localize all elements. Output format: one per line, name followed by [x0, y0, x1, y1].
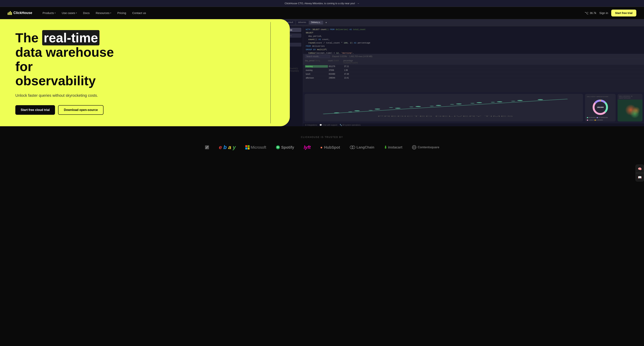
- nav-link-products[interactable]: Products ▾: [40, 10, 58, 16]
- result-row-evening: evening 37006 1.99: [303, 68, 644, 72]
- sql-from: FROM deliveries: [306, 45, 641, 48]
- legend-afternoon: AFTERNOON: [597, 117, 608, 118]
- nav-link-pricing[interactable]: Pricing: [114, 10, 129, 16]
- svg-point-31: [352, 146, 355, 149]
- svg-point-12: [348, 111, 352, 112]
- svg-point-16: [430, 106, 434, 106]
- heatmap-chart: DELIVERIES IN AMSTERDAM: [618, 94, 642, 121]
- sign-in-link[interactable]: Sign in: [599, 11, 608, 14]
- integrations-item[interactable]: ⚙ Integrations: [305, 124, 317, 126]
- nav-logo[interactable]: ClickHouse: [8, 11, 32, 15]
- hero-title: The real-time data warehouse forobservab…: [15, 31, 115, 88]
- download-opensource-button[interactable]: Download open-source: [58, 105, 104, 115]
- scatter-svg: PREDICTED DELIVERY TIMES: [310, 96, 581, 117]
- start-cloud-trial-button[interactable]: Start free cloud trial: [15, 105, 55, 115]
- scatter-chart: ACTUAL DELIVERY TIMES: [304, 94, 583, 121]
- svg-point-20: [511, 101, 515, 101]
- hero-title-suffix: data warehouse forobservability: [15, 45, 114, 88]
- sql-comment: WITH (SELECT count() FROM deliveries) AS…: [306, 28, 641, 31]
- hero-content: The real-time data warehouse forobservab…: [0, 19, 130, 126]
- nav-link-use-cases[interactable]: Use cases ▾: [59, 10, 80, 16]
- donut-svg: 1861600: [592, 99, 609, 116]
- afternoon-pct: 13.41: [343, 77, 362, 79]
- spotify-label: Spotify: [281, 145, 294, 150]
- results-header: day_period String count UInt64 percentag…: [303, 59, 644, 64]
- banner-text: ClickHouse CTO, Alexey Milovidov, is com…: [284, 2, 355, 5]
- chat-support-item[interactable]: 💬 Chat with support: [320, 124, 337, 126]
- svg-point-1: [334, 112, 340, 113]
- system-operations-item[interactable]: 🔧 All system operations: [340, 124, 360, 126]
- svg-text:PREDICTED DELIVERY TIMES: PREDICTED DELIVERY TIMES: [378, 115, 513, 117]
- svg-point-10: [517, 100, 523, 101]
- main-content: WITH (SELECT count() FROM deliveries) AS…: [303, 26, 644, 126]
- hero-curve: [271, 19, 290, 126]
- microsoft-label: Microsoft: [251, 145, 266, 150]
- logo-bar-3: [10, 11, 11, 15]
- db-tab-delivery-periods[interactable]: Delivery p...: [309, 21, 323, 24]
- nav-links: Products ▾ Use cases ▾ Docs Resources ▾ …: [40, 10, 584, 16]
- afternoon-dot: [597, 117, 598, 118]
- scatter-area: PREDICTED DELIVERY TIMES: [310, 96, 581, 120]
- hero-buttons: Start free cloud trial Download open-sou…: [15, 105, 115, 115]
- db-tab-add[interactable]: +: [324, 21, 328, 24]
- logo-microsoft: Microsoft: [245, 145, 266, 150]
- hero-section: The real-time data warehouse forobservab…: [0, 19, 644, 126]
- logo-langchain: LangChain: [350, 145, 374, 149]
- db-tab-deliveries[interactable]: deliveries: [296, 21, 308, 24]
- start-trial-button[interactable]: Start free trial: [611, 9, 636, 16]
- svg-point-11: [538, 99, 543, 100]
- trusted-section: CLICKHOUSE IS TRUSTED BY ebay Microsoft: [0, 126, 644, 160]
- morning-pct: 37.11: [343, 65, 362, 68]
- svg-point-15: [410, 107, 414, 107]
- results-search[interactable]: [305, 55, 330, 58]
- evening-cell: evening: [305, 69, 328, 71]
- legend-lunch: LUNCH: [587, 119, 594, 121]
- sql-morning: toHour(accept_time) < 12, 'morning',: [306, 51, 641, 54]
- nav-link-docs[interactable]: Docs: [80, 10, 92, 16]
- main-nav: ClickHouse Products ▾ Use cases ▾ Docs R…: [0, 7, 644, 19]
- langchain-icon: [350, 145, 355, 149]
- svg-point-14: [389, 107, 393, 108]
- svg-point-9: [497, 101, 502, 102]
- morning-count: 651276: [328, 65, 343, 68]
- github-badge[interactable]: ⌥ 36.7k: [584, 11, 596, 15]
- trusted-label: CLICKHOUSE IS TRUSTED BY: [8, 136, 636, 138]
- logo-spotify: Spotify: [276, 145, 294, 150]
- sql-select: SELECT: [306, 31, 641, 35]
- logo-lyft: lyft: [304, 145, 311, 150]
- logo-text: ClickHouse: [14, 11, 32, 15]
- logos-row: ebay Microsoft Spotify lyft ● HubSpot: [8, 144, 636, 150]
- results-area: Elapsed: 0.0238s 1,862,703 rows (14.90 M…: [303, 54, 644, 92]
- svg-point-4: [395, 108, 400, 109]
- logo-bar-4: [11, 12, 12, 15]
- col-header-count: count UInt64: [328, 60, 343, 64]
- result-row-lunch: lunch 834480 47.48: [303, 72, 644, 76]
- morning-cell: morning: [305, 65, 328, 68]
- legend-evening: EVENING: [594, 119, 603, 121]
- charts-row: ACTUAL DELIVERY TIMES: [303, 92, 644, 123]
- col-header-day-period: day_period String: [305, 60, 328, 64]
- nav-link-resources[interactable]: Resources ▾: [93, 10, 114, 16]
- announcement-banner[interactable]: ClickHouse CTO, Alexey Milovidov, is com…: [0, 0, 644, 7]
- donut-legend: MORNING AFTERNOON LUNCH: [587, 117, 614, 121]
- svg-point-3: [375, 109, 380, 109]
- svg-point-6: [436, 105, 441, 106]
- results-toolbar: Elapsed: 0.0238s 1,862,703 rows (14.90 M…: [303, 54, 644, 59]
- legend-morning: MORNING: [587, 117, 596, 118]
- svg-point-13: [368, 110, 372, 110]
- mockup-header: default deliveries Delivery p... +: [270, 19, 644, 26]
- sql-editor[interactable]: WITH (SELECT count() FROM deliveries) AS…: [303, 26, 644, 54]
- deutsche-bank-icon: [205, 145, 209, 150]
- logo-ebay: ebay: [219, 144, 236, 150]
- svg-point-18: [470, 103, 474, 104]
- nav-link-contact[interactable]: Contact us: [130, 10, 149, 16]
- github-stars: 36.7k: [590, 11, 596, 14]
- sql-day-period: day_period,: [306, 35, 641, 38]
- svg-point-8: [477, 102, 482, 103]
- lunch-pct: 47.48: [343, 73, 362, 75]
- logo-instacart: ⬇ instacart: [384, 145, 402, 150]
- sql-round: round(count / total_count * 100, 2) AS p…: [306, 41, 641, 45]
- evening-dot: [594, 120, 596, 121]
- afternoon-cell: afternoon: [305, 77, 328, 79]
- svg-point-19: [491, 102, 495, 102]
